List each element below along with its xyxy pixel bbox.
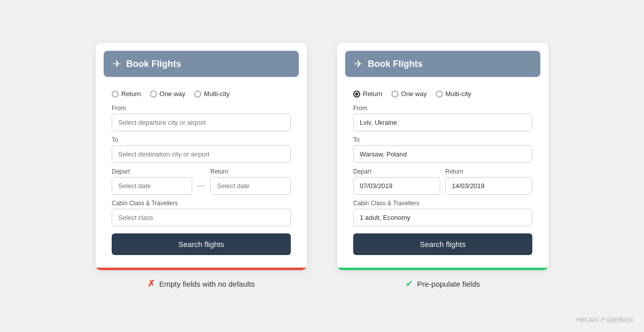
left-radio-multicity-label: Multi-city — [204, 90, 229, 98]
left-radio-return[interactable]: Return — [112, 90, 141, 98]
right-caption-icon: ✔ — [406, 278, 413, 289]
left-example: ✈ Book Flights Return One way Multi-cit — [96, 43, 307, 289]
right-return-label: Return — [445, 168, 532, 175]
left-depart-label2: Depart — [112, 168, 192, 175]
right-depart-label: Depart — [353, 168, 440, 175]
right-cabin-input[interactable] — [353, 209, 532, 226]
left-radio-multicity[interactable]: Multi-city — [194, 90, 229, 98]
left-cabin-label: Cabin Class & Travellers — [112, 200, 291, 207]
left-to-label: To — [112, 136, 291, 143]
left-radio-group: Return One way Multi-city — [112, 90, 291, 98]
right-to-input[interactable] — [353, 145, 532, 163]
right-radio-oneway-circle — [391, 91, 398, 98]
left-radio-oneway-label: One way — [159, 90, 185, 98]
left-card-bottom-bar — [96, 268, 307, 270]
left-radio-oneway-circle — [150, 91, 157, 98]
left-depart-input2[interactable] — [112, 177, 192, 195]
left-to-group: To — [112, 136, 291, 163]
right-card-title: Book Flights — [368, 59, 423, 69]
right-radio-multicity-circle — [436, 91, 443, 98]
left-from-group: From — [112, 105, 291, 131]
right-to-group: To — [353, 136, 532, 163]
right-search-button[interactable]: Search flights — [353, 233, 532, 255]
left-from-label: From — [112, 105, 291, 112]
right-caption-text: Pre-populate fields — [417, 280, 480, 288]
right-plane-icon: ✈ — [354, 58, 363, 70]
watermark-text: PMCAFF 产品经理社区 — [577, 316, 634, 324]
left-plane-icon: ✈ — [113, 58, 121, 70]
left-return-input2[interactable] — [210, 177, 291, 195]
right-cabin-group: Cabin Class & Travellers — [353, 200, 532, 226]
right-radio-return-label: Return — [363, 90, 382, 98]
right-card: ✈ Book Flights Return One way Multi-cit — [337, 43, 548, 270]
right-card-bottom-bar — [337, 268, 548, 270]
right-example: ✈ Book Flights Return One way Multi-cit — [337, 43, 548, 289]
left-caption-icon: ✗ — [147, 278, 155, 289]
right-to-label: To — [353, 136, 532, 143]
left-to-input[interactable] — [112, 145, 291, 163]
right-from-group: From — [353, 105, 532, 131]
right-return-input[interactable] — [445, 177, 532, 195]
right-radio-group: Return One way Multi-city — [353, 90, 532, 98]
comparison-container: ✈ Book Flights Return One way Multi-cit — [65, 23, 579, 309]
left-search-button[interactable]: Search flights — [112, 233, 291, 255]
left-return-label2: Return — [210, 168, 291, 175]
left-radio-return-circle — [112, 91, 119, 98]
right-radio-return-circle — [353, 91, 360, 98]
left-date-row: Depart — Return — [112, 168, 291, 195]
left-cabin-group: Cabin Class & Travellers — [112, 200, 291, 226]
right-radio-multicity[interactable]: Multi-city — [436, 90, 471, 98]
right-cabin-label: Cabin Class & Travellers — [353, 200, 532, 207]
right-from-label: From — [353, 105, 532, 112]
left-from-input[interactable] — [112, 114, 291, 131]
watermark: PMCAFF 产品经理社区 — [577, 316, 634, 324]
left-caption: ✗ Empty fields with no defaults — [147, 278, 255, 289]
right-card-body: Return One way Multi-city From — [345, 83, 540, 262]
right-radio-oneway-label: One way — [401, 90, 427, 98]
left-cabin-input[interactable] — [112, 209, 291, 226]
right-radio-return[interactable]: Return — [353, 90, 382, 98]
left-radio-return-label: Return — [121, 90, 141, 98]
left-caption-text: Empty fields with no defaults — [159, 280, 255, 288]
right-from-input[interactable] — [353, 114, 532, 131]
left-radio-oneway[interactable]: One way — [150, 90, 185, 98]
right-depart-input[interactable] — [353, 177, 440, 195]
right-card-header: ✈ Book Flights — [345, 51, 540, 77]
left-radio-multicity-circle — [194, 91, 201, 98]
right-caption: ✔ Pre-populate fields — [406, 278, 480, 289]
right-radio-oneway[interactable]: One way — [391, 90, 427, 98]
left-card: ✈ Book Flights Return One way Multi-cit — [96, 43, 307, 270]
left-card-body: Return One way Multi-city From — [104, 83, 299, 262]
right-radio-multicity-label: Multi-city — [445, 90, 471, 98]
left-card-title: Book Flights — [126, 59, 181, 69]
left-card-header: ✈ Book Flights — [104, 51, 299, 77]
